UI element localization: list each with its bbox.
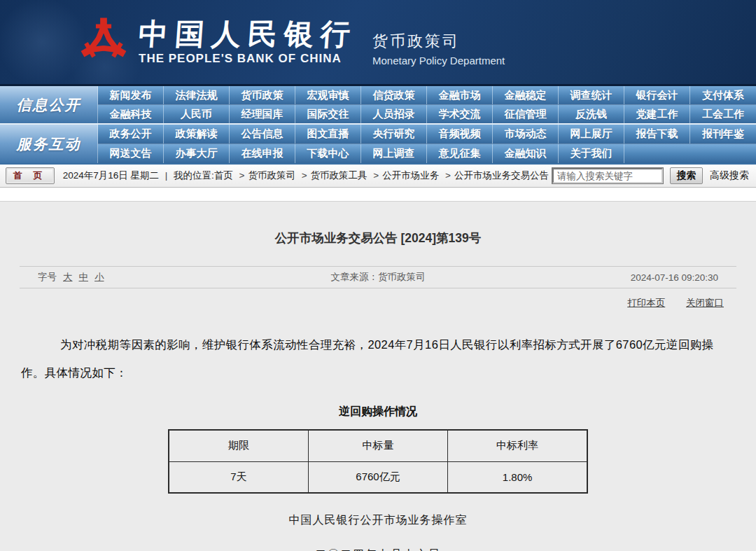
nav-item[interactable]: 工会工作 <box>690 105 756 123</box>
bank-name-block: 中国人民银行 THE PEOPLE'S BANK OF CHINA <box>139 18 357 66</box>
nav-section-info-disclosure: 信息公开 新闻发布 法律法规 货币政策 宏观审慎 信贷政策 金融市场 金融稳定 … <box>0 86 756 125</box>
nav-item[interactable]: 图文直播 <box>295 125 361 144</box>
nav-row: 政务公开 政策解读 公告信息 图文直播 央行研究 音频视频 市场动态 网上展厅 … <box>98 125 756 144</box>
font-size-medium[interactable]: 中 <box>79 271 89 284</box>
nav-item[interactable]: 网上展厅 <box>559 125 624 144</box>
bank-name-cn: 中国人民银行 <box>137 18 358 50</box>
table-row: 7天 6760亿元 1.80% <box>169 461 587 493</box>
nav-item-empty <box>690 144 756 163</box>
signature: 中国人民银行公开市场业务操作室 <box>20 513 736 528</box>
department-name-en: Monetary Policy Department <box>372 55 505 67</box>
nav-row: 网送文告 办事大厅 在线申报 下载中心 网上调查 意见征集 金融知识 关于我们 <box>98 144 756 163</box>
department-name-cn: 货币政策司 <box>372 31 505 52</box>
breadcrumb-link[interactable]: 货币政策司 <box>248 170 295 181</box>
nav-item[interactable]: 金融市场 <box>427 86 493 104</box>
nav-item[interactable]: 政策解读 <box>164 125 230 144</box>
nav-item[interactable]: 在线申报 <box>230 144 295 163</box>
nav-item[interactable]: 法律法规 <box>164 86 230 104</box>
nav-item[interactable]: 信贷政策 <box>361 86 427 104</box>
nav-item[interactable]: 网送文告 <box>98 144 164 163</box>
site-banner: 中国人民银行 THE PEOPLE'S BANK OF CHINA 货币政策司 … <box>0 0 756 84</box>
nav-section-services: 服务互动 政务公开 政策解读 公告信息 图文直播 央行研究 音频视频 市场动态 … <box>0 125 756 163</box>
nav-item[interactable]: 货币政策 <box>230 86 295 104</box>
close-window-link[interactable]: 关闭窗口 <box>686 298 724 308</box>
col-header-volume: 中标量 <box>308 430 447 461</box>
search-input[interactable] <box>552 168 663 183</box>
nav-item[interactable]: 宏观审慎 <box>295 86 361 104</box>
article-meta-row: 字号 大 中 小 文章来源：货币政策司 2024-07-16 09:20:30 <box>20 266 736 288</box>
nav-item[interactable]: 调查统计 <box>559 86 624 104</box>
cell-rate: 1.80% <box>448 461 587 493</box>
location-prefix: 我的位置:首页 <box>174 170 233 181</box>
font-size-small[interactable]: 小 <box>94 271 104 284</box>
nav-item[interactable]: 金融知识 <box>493 144 559 163</box>
nav-item[interactable]: 人员招录 <box>361 105 427 123</box>
nav-item[interactable]: 公告信息 <box>230 125 295 144</box>
repo-operation-table: 期限 中标量 中标利率 7天 6760亿元 1.80% <box>168 429 588 494</box>
nav-item[interactable]: 音频视频 <box>427 125 493 144</box>
page-actions: 打印本页 关闭窗口 <box>20 297 736 309</box>
nav-section-label-services: 服务互动 <box>0 125 98 163</box>
breadcrumb-link[interactable]: 货币政策工具 <box>311 170 368 181</box>
font-size-large[interactable]: 大 <box>63 271 73 284</box>
nav-item[interactable]: 金融科技 <box>98 105 164 123</box>
page-title: 公开市场业务交易公告 [2024]第139号 <box>20 202 736 246</box>
signature-date: 二〇二四年七月十六日 <box>20 547 736 551</box>
department-block: 货币政策司 Monetary Policy Department <box>372 18 505 67</box>
nav-item[interactable]: 央行研究 <box>361 125 427 144</box>
nav-item[interactable]: 征信管理 <box>493 105 559 123</box>
breadcrumb: 2024年7月16日 星期二 | 我的位置:首页 >货币政策司 >货币政策工具 … <box>63 169 549 182</box>
breadcrumb-link[interactable]: 公开市场业务交易公告 <box>454 170 549 181</box>
table-title: 逆回购操作情况 <box>20 405 736 419</box>
breadcrumb-bar: 首 页 2024年7月16日 星期二 | 我的位置:首页 >货币政策司 >货币政… <box>0 165 756 188</box>
nav-item[interactable]: 反洗钱 <box>559 105 624 123</box>
cell-volume: 6760亿元 <box>308 461 447 493</box>
cell-term: 7天 <box>169 461 308 493</box>
nav-item[interactable]: 意见征集 <box>427 144 493 163</box>
print-page-link[interactable]: 打印本页 <box>627 298 665 308</box>
table-header-row: 期限 中标量 中标利率 <box>169 430 587 461</box>
current-date: 2024年7月16日 星期二 <box>63 170 159 181</box>
nav-item[interactable]: 网上调查 <box>361 144 427 163</box>
nav-row: 新闻发布 法律法规 货币政策 宏观审慎 信贷政策 金融市场 金融稳定 调查统计 … <box>98 86 756 104</box>
nav-item[interactable]: 学术交流 <box>427 105 493 123</box>
nav-item[interactable]: 报告下载 <box>624 125 690 144</box>
col-header-term: 期限 <box>169 430 308 461</box>
nav-item[interactable]: 报刊年鉴 <box>690 125 756 144</box>
nav-item[interactable]: 支付体系 <box>690 86 756 104</box>
nav-item[interactable]: 市场动态 <box>493 125 559 144</box>
nav-item[interactable]: 人民币 <box>164 105 230 123</box>
spacer <box>0 188 756 201</box>
source-label: 文章来源： <box>331 272 379 282</box>
publish-datetime: 2024-07-16 09:20:30 <box>631 272 718 283</box>
article-paragraph: 为对冲税期等因素的影响，维护银行体系流动性合理充裕，2024年7月16日人民银行… <box>21 330 735 386</box>
nav-item[interactable]: 新闻发布 <box>98 86 164 104</box>
breadcrumb-link[interactable]: 公开市场业务 <box>382 170 439 181</box>
nav-item[interactable]: 办事大厅 <box>164 144 230 163</box>
main-navigation: 信息公开 新闻发布 法律法规 货币政策 宏观审慎 信贷政策 金融市场 金融稳定 … <box>0 84 756 165</box>
nav-item-empty <box>624 144 690 163</box>
nav-item[interactable]: 银行会计 <box>624 86 690 104</box>
article-panel: 公开市场业务交易公告 [2024]第139号 字号 大 中 小 文章来源：货币政… <box>0 201 756 551</box>
nav-item[interactable]: 经理国库 <box>230 105 295 123</box>
bank-name-en: THE PEOPLE'S BANK OF CHINA <box>139 52 357 66</box>
nav-section-label-info: 信息公开 <box>0 86 98 123</box>
font-size-label: 字号 <box>38 271 57 284</box>
nav-item[interactable]: 政务公开 <box>98 125 164 144</box>
pboc-logo-icon <box>78 15 129 69</box>
search-button[interactable]: 搜索 <box>670 167 703 184</box>
advanced-search-link[interactable]: 高级搜索 <box>710 169 749 182</box>
nav-item[interactable]: 国际交往 <box>295 105 361 123</box>
source-value: 货币政策司 <box>378 272 426 282</box>
nav-row: 金融科技 人民币 经理国库 国际交往 人员招录 学术交流 征信管理 反洗钱 党建… <box>98 104 756 123</box>
nav-item[interactable]: 金融稳定 <box>493 86 559 104</box>
home-button[interactable]: 首 页 <box>6 167 55 184</box>
nav-item[interactable]: 关于我们 <box>559 144 624 163</box>
nav-item[interactable]: 下载中心 <box>295 144 361 163</box>
nav-item[interactable]: 党建工作 <box>624 105 690 123</box>
search-zone: 搜索 高级搜索 <box>552 167 749 184</box>
col-header-rate: 中标利率 <box>448 430 587 461</box>
